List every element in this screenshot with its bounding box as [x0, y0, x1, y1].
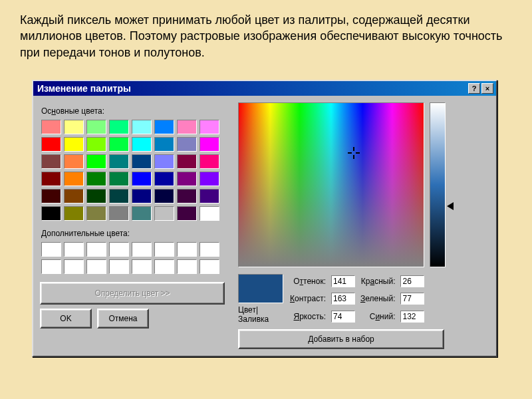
custom-color-swatch[interactable]	[41, 242, 61, 257]
lum-label: Яркость:	[290, 312, 326, 321]
color-swatch[interactable]	[41, 172, 61, 186]
color-swatch[interactable]	[109, 154, 129, 169]
crosshair-icon	[349, 148, 358, 158]
titlebar[interactable]: Изменение палитры ? ×	[33, 81, 496, 96]
color-dialog: Изменение палитры ? × Основные цвета: До…	[32, 80, 497, 357]
color-swatch[interactable]	[177, 172, 197, 186]
color-swatch[interactable]	[86, 137, 106, 152]
custom-color-swatch[interactable]	[177, 242, 197, 257]
color-swatch[interactable]	[132, 120, 152, 134]
hue-input[interactable]	[331, 275, 355, 287]
color-swatch[interactable]	[64, 154, 84, 169]
color-swatch[interactable]	[132, 137, 152, 152]
red-label: Красный:	[360, 277, 396, 286]
custom-color-swatch[interactable]	[132, 242, 152, 257]
custom-color-swatch[interactable]	[41, 259, 61, 274]
color-swatch[interactable]	[200, 172, 219, 186]
ok-button[interactable]: OK	[40, 309, 92, 329]
dialog-title: Изменение палитры	[36, 83, 467, 94]
define-color-button: Определить цвет >>	[40, 282, 225, 305]
custom-color-swatch[interactable]	[109, 242, 129, 257]
sat-input[interactable]	[331, 293, 355, 305]
hue-label: Оттенок:	[290, 277, 326, 286]
color-swatch[interactable]	[109, 120, 129, 134]
color-preview	[238, 274, 283, 303]
color-swatch[interactable]	[200, 154, 219, 169]
color-swatch[interactable]	[177, 137, 197, 152]
custom-color-swatch[interactable]	[109, 259, 129, 274]
color-swatch[interactable]	[64, 120, 84, 134]
color-swatch[interactable]	[154, 137, 174, 152]
custom-colors-label: Дополнительные цвета:	[41, 229, 231, 238]
custom-color-swatch[interactable]	[132, 259, 152, 274]
color-swatch[interactable]	[177, 154, 197, 169]
custom-color-swatch[interactable]	[86, 259, 106, 274]
custom-color-swatch[interactable]	[200, 259, 219, 274]
basic-colors-label: Основные цвета:	[41, 106, 231, 116]
color-swatch[interactable]	[64, 206, 84, 221]
color-swatch[interactable]	[154, 154, 174, 169]
color-swatch[interactable]	[41, 137, 61, 152]
color-swatch[interactable]	[64, 189, 84, 203]
color-swatch[interactable]	[200, 137, 219, 152]
color-swatch[interactable]	[154, 172, 174, 186]
red-input[interactable]	[400, 275, 424, 287]
color-swatch[interactable]	[200, 206, 219, 221]
sat-label: Контраст:	[290, 294, 326, 303]
color-swatch[interactable]	[200, 189, 219, 203]
custom-color-swatch[interactable]	[154, 242, 174, 257]
custom-color-swatch[interactable]	[86, 242, 106, 257]
preview-label: Цвет|Заливка	[238, 305, 283, 324]
color-swatch[interactable]	[86, 189, 106, 203]
color-swatch[interactable]	[177, 120, 197, 134]
color-swatch[interactable]	[86, 206, 106, 221]
color-swatch[interactable]	[109, 137, 129, 152]
color-swatch[interactable]	[41, 120, 61, 134]
green-input[interactable]	[400, 293, 424, 305]
custom-color-swatch[interactable]	[177, 259, 197, 274]
color-swatch[interactable]	[41, 154, 61, 169]
intro-paragraph: Каждый пиксель может принимать любой цве…	[0, 0, 532, 67]
green-label: Зеленый:	[360, 294, 396, 303]
color-swatch[interactable]	[132, 206, 152, 221]
custom-color-swatch[interactable]	[64, 242, 84, 257]
custom-color-swatch[interactable]	[154, 259, 174, 274]
color-swatch[interactable]	[154, 189, 174, 203]
color-swatch[interactable]	[154, 206, 174, 221]
custom-color-swatch[interactable]	[64, 259, 84, 274]
custom-colors-grid	[40, 241, 231, 275]
color-swatch[interactable]	[86, 120, 106, 134]
color-swatch[interactable]	[41, 206, 61, 221]
color-swatch[interactable]	[132, 154, 152, 169]
basic-colors-grid	[40, 118, 231, 222]
color-swatch[interactable]	[86, 172, 106, 186]
luminance-slider[interactable]	[430, 102, 446, 267]
color-swatch[interactable]	[109, 189, 129, 203]
close-button[interactable]: ×	[481, 83, 493, 94]
help-button[interactable]: ?	[468, 83, 480, 94]
color-spectrum[interactable]	[238, 102, 424, 267]
color-swatch[interactable]	[154, 120, 174, 134]
color-swatch[interactable]	[64, 137, 84, 152]
color-swatch[interactable]	[86, 154, 106, 169]
color-swatch[interactable]	[132, 172, 152, 186]
color-swatch[interactable]	[109, 172, 129, 186]
color-swatch[interactable]	[200, 120, 219, 134]
color-swatch[interactable]	[64, 172, 84, 186]
color-swatch[interactable]	[177, 189, 197, 203]
color-swatch[interactable]	[41, 189, 61, 203]
blue-input[interactable]	[400, 311, 424, 323]
custom-color-swatch[interactable]	[200, 242, 219, 257]
color-swatch[interactable]	[177, 206, 197, 221]
lum-input[interactable]	[331, 311, 355, 323]
add-to-set-button[interactable]: Добавить в набор	[238, 329, 444, 349]
blue-label: Синий:	[360, 312, 396, 321]
color-swatch[interactable]	[132, 189, 152, 203]
cancel-button[interactable]: Отмена	[97, 309, 149, 329]
color-swatch[interactable]	[109, 206, 129, 221]
luminance-arrow-icon[interactable]	[447, 202, 454, 210]
